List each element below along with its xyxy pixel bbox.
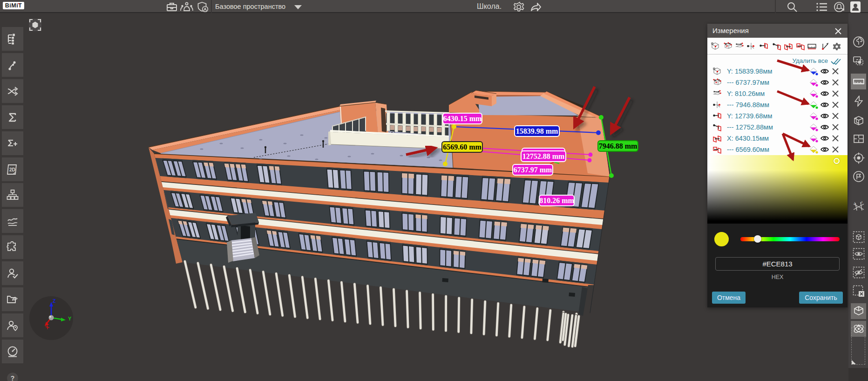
svg-text:2D: 2D (9, 167, 15, 172)
svg-text:Y: Y (68, 316, 72, 321)
svg-text:Z: Z (53, 298, 56, 304)
svg-text:2: 2 (861, 201, 863, 204)
